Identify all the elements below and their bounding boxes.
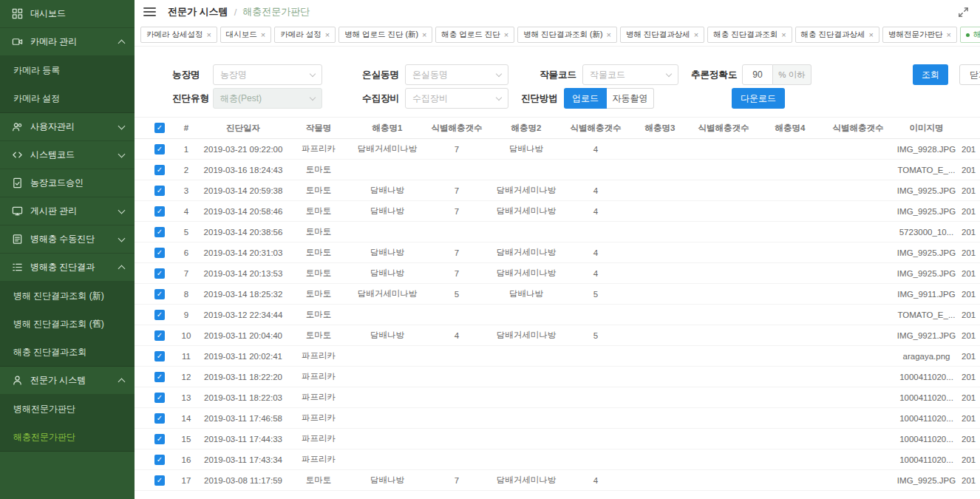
sidebar-subitem[interactable]: 해충 진단결과조회 [0, 338, 135, 366]
tab-close-icon[interactable]: × [781, 31, 786, 39]
breadcrumb: 전문가 시스템 / 해충전문가판단 [168, 5, 956, 18]
sidebar-subitem[interactable]: 해충전문가판단 [0, 423, 135, 451]
table-row[interactable]: ✓132019-03-11 18:22:03파프리카1000411020...2… [135, 387, 980, 408]
table-row[interactable]: ✓52019-03-14 20:38:56토마토5723000_10...201 [135, 222, 980, 242]
sidebar-item-manual[interactable]: 병해충 수동진단 [0, 225, 135, 254]
tab-close-icon[interactable]: × [422, 31, 426, 39]
table-row[interactable]: ✓62019-03-14 20:31:03토마토담배나방7담배거세미나방4IMG… [135, 242, 980, 263]
table-cell: 201 [962, 310, 980, 319]
table-row[interactable]: ✓32019-03-14 20:59:38토마토담배나방7담배거세미나방4IMG… [135, 180, 980, 201]
row-checkbox[interactable]: ✓ [154, 227, 165, 237]
fullscreen-icon[interactable] [956, 5, 970, 18]
tab-close-icon[interactable]: × [946, 31, 950, 39]
table-row[interactable]: ✓162019-03-11 17:43:34파프리카1000411020...2… [135, 449, 980, 470]
download-button[interactable]: 다운로드 [732, 88, 785, 109]
select-all-checkbox[interactable]: ✓ [154, 123, 165, 133]
tab-close-icon[interactable]: × [694, 31, 698, 39]
row-checkbox[interactable]: ✓ [154, 351, 165, 361]
crop-code-select[interactable]: 작물코드 [582, 64, 678, 85]
table-header-cell: 식별해충갯수 [563, 123, 628, 134]
row-checkbox[interactable]: ✓ [154, 434, 165, 444]
breadcrumb-root[interactable]: 전문가 시스템 [168, 5, 228, 18]
tab-2[interactable]: 카메라 설정× [274, 27, 336, 43]
topbar: 전문가 시스템 / 해충전문가판단 [135, 0, 980, 24]
farm-select[interactable]: 농장명 [213, 64, 322, 85]
row-checkbox[interactable]: ✓ [154, 248, 165, 258]
table-row[interactable]: ✓82019-03-14 18:25:32토마토담배거세미나방5담배나방5IMG… [135, 284, 980, 305]
tab-close-icon[interactable]: × [325, 31, 330, 39]
manual-diagnosis-icon [12, 234, 23, 245]
row-checkbox[interactable]: ✓ [154, 455, 165, 465]
tab-5[interactable]: 병해 진단결과조회 (新)× [517, 27, 617, 43]
sidebar-item-users[interactable]: 사용자관리 [0, 113, 135, 141]
sidebar-item-result[interactable]: 병해충 진단결과 [0, 254, 135, 282]
sidebar-item-syscode[interactable]: 시스템코드 [0, 141, 135, 169]
table-row[interactable]: ✓142019-03-11 17:46:58파프리카1000411020...2… [135, 408, 980, 429]
tab-close-icon[interactable]: × [504, 31, 508, 39]
row-checkbox[interactable]: ✓ [154, 372, 165, 382]
menu-icon[interactable] [143, 7, 156, 16]
device-select[interactable]: 수집장비 [405, 88, 508, 109]
table-cell: 담배거세미나방 [489, 330, 563, 341]
table-row[interactable]: ✓172019-03-08 11:17:59토마토담배나방7담배거세미나방4IM… [135, 470, 980, 491]
tab-10[interactable]: 해충전문가판단× [960, 27, 980, 43]
row-checkbox[interactable]: ✓ [154, 475, 165, 486]
tab-4[interactable]: 해충 업로드 진단× [435, 27, 514, 43]
tab-close-icon[interactable]: × [606, 31, 610, 39]
row-checkbox[interactable]: ✓ [154, 144, 165, 155]
sidebar-item-board[interactable]: 게시판 관리 [0, 197, 135, 225]
method-auto-button[interactable]: 자동촬영 [607, 88, 654, 109]
table-row[interactable]: ✓112019-03-11 20:02:41파프리카aragaya.png201 [135, 346, 980, 367]
row-checkbox[interactable]: ✓ [154, 330, 165, 341]
tab-1[interactable]: 대시보드× [220, 27, 271, 43]
row-checkbox[interactable]: ✓ [154, 206, 165, 217]
sidebar-subitem[interactable]: 병해 진단결과조회 (舊) [0, 310, 135, 338]
tab-9[interactable]: 병해전문가판단× [882, 27, 957, 43]
row-checkbox[interactable]: ✓ [154, 393, 165, 403]
tab-close-icon[interactable]: × [869, 31, 874, 39]
sidebar-item-farmcode[interactable]: 농장코드승인 [0, 169, 135, 197]
row-checkbox[interactable]: ✓ [154, 165, 165, 175]
close-button[interactable]: 닫기 [959, 64, 980, 85]
accuracy-input[interactable] [742, 64, 773, 85]
row-checkbox[interactable]: ✓ [154, 186, 165, 196]
method-upload-button[interactable]: 업로드 [564, 88, 607, 109]
tab-close-icon[interactable]: × [206, 31, 211, 39]
tab-label: 해충전문가판단 [973, 30, 980, 40]
table-cell: 201 [962, 207, 980, 216]
tab-7[interactable]: 해충 진단결과조회× [707, 27, 792, 43]
greenhouse-select[interactable]: 온실동명 [405, 64, 508, 85]
row-checkbox[interactable]: ✓ [154, 413, 165, 424]
sidebar-subitem[interactable]: 카메라 등록 [0, 56, 135, 84]
tab-6[interactable]: 병해 진단결과상세× [620, 27, 704, 43]
table-row[interactable]: ✓42019-03-14 20:58:46토마토담배나방7담배거세미나방4IMG… [135, 201, 980, 222]
tab-3[interactable]: 병해 업로드 진단 (新)× [338, 27, 432, 43]
table-cell: 2019-03-11 18:22:20 [200, 373, 287, 381]
tab-0[interactable]: 카메라 상세설정× [140, 27, 217, 43]
users-icon [12, 121, 23, 132]
results-table: ✓#진단일자작물명해충명1식별해충갯수해충명2식별해충갯수해충명3식별해충갯수해… [135, 117, 980, 499]
sidebar-item-camera[interactable]: 카메라 관리 [0, 28, 135, 56]
sidebar-item-expert[interactable]: 전문가 시스템 [0, 367, 135, 395]
sidebar-subitem[interactable]: 병해전문가판단 [0, 395, 135, 423]
row-checkbox[interactable]: ✓ [154, 289, 165, 299]
table-row[interactable]: ✓12019-03-21 09:22:00파프리카담배거세미나방7담배나방4IM… [135, 139, 980, 160]
sidebar-item-dashboard[interactable]: 대시보드 [0, 0, 135, 28]
table-row[interactable]: ✓92019-03-12 22:34:44토마토TOMATO_E_...201 [135, 305, 980, 325]
sidebar-subitem[interactable]: 카메라 설정 [0, 84, 135, 112]
table-cell: 토마토 [287, 185, 350, 196]
tab-label: 카메라 상세설정 [146, 30, 203, 40]
table-row[interactable]: ✓122019-03-11 18:22:20파프리카1000411020...2… [135, 367, 980, 387]
sidebar-subitem[interactable]: 병해 진단결과조회 (新) [0, 282, 135, 310]
row-checkbox[interactable]: ✓ [154, 268, 165, 279]
tab-8[interactable]: 해충 진단결과상세× [795, 27, 879, 43]
table-row[interactable]: ✓22019-03-16 18:24:43토마토TOMATO_E_...201 [135, 160, 980, 180]
table-row[interactable]: ✓152019-03-11 17:44:33파프리카1000411020...2… [135, 429, 980, 449]
diagnosis-type-select[interactable]: 해충(Pest) [213, 88, 322, 109]
table-row[interactable]: ✓72019-03-14 20:13:53토마토담배나방7담배거세미나방4IMG… [135, 263, 980, 284]
search-button[interactable]: 조회 [913, 64, 948, 85]
sidebar: 대시보드카메라 관리카메라 등록카메라 설정사용자관리시스템코드농장코드승인게시… [0, 0, 135, 499]
tab-close-icon[interactable]: × [261, 31, 265, 39]
table-row[interactable]: ✓102019-03-11 20:04:40토마토담배나방4담배거세미나방5IM… [135, 325, 980, 346]
row-checkbox[interactable]: ✓ [154, 310, 165, 320]
